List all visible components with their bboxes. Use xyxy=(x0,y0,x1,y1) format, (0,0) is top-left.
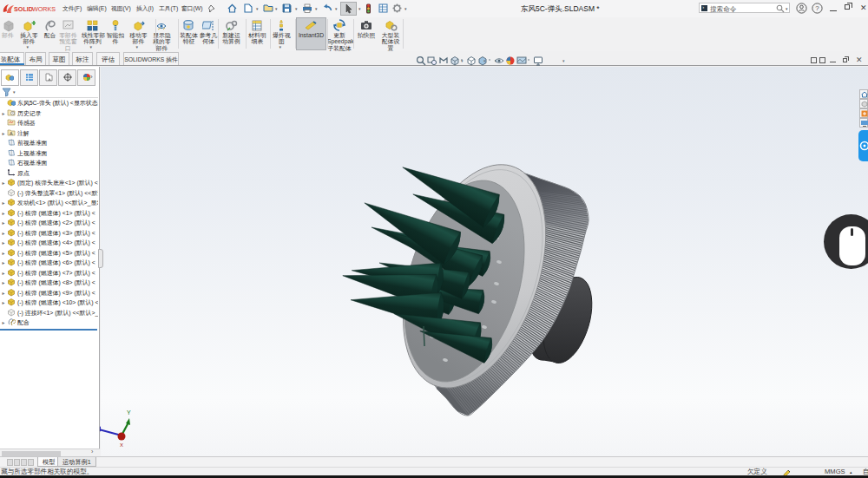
svg-text:Y: Y xyxy=(127,409,131,416)
svg-text:A: A xyxy=(10,130,13,135)
svg-text:X: X xyxy=(120,442,123,448)
